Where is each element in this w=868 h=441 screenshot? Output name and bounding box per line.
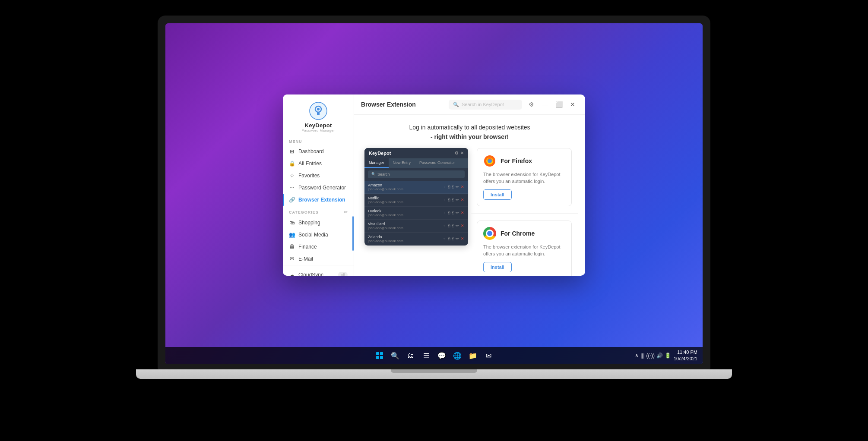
search-placeholder: Search in KeyDepot [462, 102, 504, 107]
outlook-action-edit[interactable]: ✏ [455, 210, 459, 215]
sidebar-item-favorites[interactable]: ☆ Favorites [283, 170, 354, 182]
netflix-action-edit[interactable]: ✏ [455, 197, 459, 202]
social-media-label: Social Media [298, 232, 328, 238]
sidebar-item-dashboard[interactable]: ⊞ Dashboard [283, 145, 354, 158]
chrome-install-button[interactable]: Install [483, 262, 512, 272]
taskbar-widgets-icon[interactable]: ☰ [419, 349, 433, 362]
zalando-action-delete[interactable]: ✕ [460, 236, 465, 241]
sidebar-item-cloudsync[interactable]: ☁ CloudSync off [283, 269, 354, 276]
chrome-card-header: For Chrome [483, 227, 565, 240]
maximize-button[interactable]: ⬜ [553, 99, 564, 110]
visa-action-edit[interactable]: ✏ [455, 223, 459, 228]
password-gen-label: Password Generator [298, 185, 346, 191]
taskbar-files-icon[interactable]: 🗂 [404, 349, 418, 362]
taskbar-chevron-icon[interactable]: ∧ [635, 353, 639, 359]
chrome-desc: The browser extension for KeyDepot offer… [483, 243, 565, 258]
mini-settings-icon[interactable]: ⚙ [455, 151, 459, 155]
amazon-action-1[interactable]: → [442, 184, 447, 189]
mini-entry-amazon-info: Amazon john.doe@outlook.com [368, 183, 442, 191]
hero-text: Log in automatically to all deposited we… [364, 123, 575, 142]
email-label: E-Mail [298, 256, 313, 262]
desktop: KeyDepot Password Manager MENU ⊞ Dashboa… [165, 23, 703, 347]
outlook-email: john.doe@outlook.com [368, 213, 442, 217]
favorites-icon: ☆ [289, 173, 295, 179]
netflix-action-3[interactable]: ⎘ [451, 197, 454, 202]
zalando-action-2[interactable]: ⎘ [447, 236, 450, 241]
mini-app-titlebar: KeyDepot ⚙ ✕ [364, 148, 468, 158]
all-entries-label: All Entries [298, 161, 322, 167]
netflix-action-1[interactable]: → [442, 197, 447, 202]
email-icon: ✉ [289, 256, 295, 262]
taskbar-battery-icon: 🔋 [665, 353, 671, 359]
app-logo-icon [309, 101, 328, 120]
settings-button[interactable]: ⚙ [526, 99, 537, 110]
mini-close-icon[interactable]: ✕ [460, 151, 464, 155]
search-bar[interactable]: 🔍 Search in KeyDepot [449, 100, 522, 110]
taskbar-explorer-icon[interactable]: 📁 [466, 349, 480, 362]
visa-action-2[interactable]: ⎘ [447, 223, 450, 228]
firefox-install-button[interactable]: Install [483, 189, 512, 200]
sidebar-item-password-generator[interactable]: ⋯ Password Generator [283, 182, 354, 194]
edit-categories-icon[interactable]: ✏ [344, 209, 348, 215]
zalando-info: Zalando john.doe@outlook.com [368, 235, 442, 243]
zalando-action-1[interactable]: → [442, 236, 447, 241]
all-entries-icon: 🔒 [289, 161, 295, 167]
mini-tab-password-gen[interactable]: Password Generator [415, 158, 459, 168]
taskbar-date: 10/24/2021 [674, 356, 697, 362]
outlook-action-3[interactable]: ⎘ [451, 210, 454, 215]
sidebar-item-finance[interactable]: 🏛 Finance [283, 241, 354, 253]
taskbar-right: ∧ ||| ((·)) 🔊 🔋 11:40 PM 10/24/2021 [635, 349, 697, 362]
zalando-action-3[interactable]: ⎘ [451, 236, 454, 241]
amazon-action-delete[interactable]: ✕ [460, 184, 465, 189]
amazon-action-edit[interactable]: ✏ [455, 184, 459, 189]
outlook-action-2[interactable]: ⎘ [447, 210, 450, 215]
amazon-action-2[interactable]: ⎘ [447, 184, 450, 189]
finance-label: Finance [298, 244, 317, 250]
mini-entry-visa: Visa Card john.doe@outlook.com → ⎘ ⎘ [364, 220, 468, 233]
netflix-action-delete[interactable]: ✕ [460, 197, 465, 202]
firefox-card: For Firefox The browser extension for Ke… [477, 148, 572, 206]
visa-action-3[interactable]: ⎘ [451, 223, 454, 228]
chrome-name: For Chrome [501, 230, 535, 237]
zalando-email: john.doe@outlook.com [368, 239, 442, 243]
taskbar-teams-icon[interactable]: 💬 [435, 349, 449, 362]
mini-tab-new-entry[interactable]: New Entry [389, 158, 415, 168]
close-button[interactable]: ✕ [567, 99, 578, 110]
mini-app-preview-wrapper: KeyDepot ⚙ ✕ Manager [364, 148, 468, 276]
taskbar-sys-icons: ∧ ||| ((·)) 🔊 🔋 [635, 353, 671, 359]
visa-action-1[interactable]: → [442, 223, 447, 228]
taskbar-volume-icon[interactable]: 🔊 [656, 353, 663, 359]
mini-app-title: KeyDepot [369, 151, 391, 156]
mini-entry-outlook: Outlook john.doe@outlook.com → ⎘ ⎘ [364, 207, 468, 220]
minimize-button[interactable]: — [539, 99, 551, 110]
outlook-name: Outlook [368, 209, 442, 213]
sidebar-item-browser-extension[interactable]: 🔗 Browser Extension [283, 194, 354, 206]
mini-search[interactable]: 🔍 Search [368, 170, 465, 178]
amazon-actions: → ⎘ ⎘ ✏ ✕ [442, 184, 465, 189]
netflix-action-2[interactable]: ⎘ [447, 197, 450, 202]
sidebar-item-all-entries[interactable]: 🔒 All Entries [283, 158, 354, 170]
zalando-name: Zalando [368, 235, 442, 239]
dashboard-icon: ⊞ [289, 148, 295, 154]
zalando-action-edit[interactable]: ✏ [455, 236, 459, 241]
visa-name: Visa Card [368, 222, 442, 226]
sidebar-item-email[interactable]: ✉ E-Mail [283, 253, 354, 265]
taskbar-mail-icon[interactable]: ✉ [482, 349, 495, 362]
mini-search-placeholder: Search [377, 172, 390, 176]
outlook-action-1[interactable]: → [442, 210, 447, 215]
main-layout: KeyDepot ⚙ ✕ Manager [364, 148, 575, 276]
taskbar-search-icon[interactable]: 🔍 [388, 349, 402, 362]
amazon-action-3[interactable]: ⎘ [451, 184, 454, 189]
mini-tab-manager[interactable]: Manager [364, 158, 389, 168]
app-window: KeyDepot Password Manager MENU ⊞ Dashboa… [283, 94, 585, 276]
sidebar-item-shopping[interactable]: 🛍 Shopping [283, 217, 354, 229]
taskbar-edge-icon[interactable]: 🌐 [450, 349, 464, 362]
taskbar-clock: 11:40 PM 10/24/2021 [674, 349, 697, 362]
firefox-desc: The browser extension for KeyDepot offer… [483, 171, 565, 185]
outlook-action-delete[interactable]: ✕ [460, 210, 465, 215]
sidebar-item-social-media[interactable]: 👥 Social Media [283, 229, 354, 241]
visa-action-delete[interactable]: ✕ [460, 223, 465, 228]
taskbar-windows-icon[interactable] [373, 349, 386, 362]
cloudsync-badge: off [338, 272, 348, 276]
mini-entry-netflix: Netflix john.doe@outlook.com → ⎘ ⎘ [364, 194, 468, 207]
